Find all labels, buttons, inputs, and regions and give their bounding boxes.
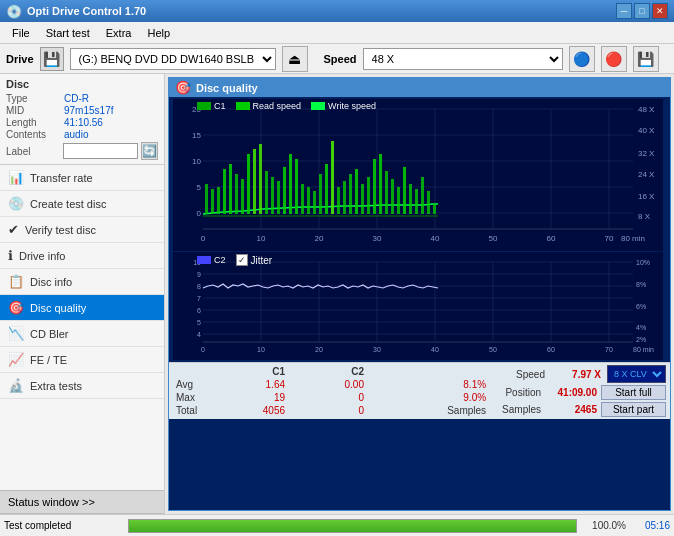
eject-button[interactable]: ⏏	[282, 46, 308, 72]
status-window-button[interactable]: Status window >>	[0, 490, 164, 514]
menubar: File Start test Extra Help	[0, 22, 674, 44]
fe-te-icon: 📈	[8, 352, 24, 367]
disc-label-input[interactable]	[63, 143, 138, 159]
svg-rect-67	[409, 184, 412, 214]
disc-quality-header: 🎯 Disc quality	[169, 78, 670, 97]
titlebar: 💿 Opti Drive Control 1.70 ─ □ ✕	[0, 0, 674, 22]
create-test-disc-icon: 💿	[8, 196, 24, 211]
svg-text:0: 0	[201, 234, 206, 243]
svg-text:80 min: 80 min	[633, 346, 654, 353]
svg-text:20: 20	[315, 234, 324, 243]
drive-select[interactable]: (G:) BENQ DVD DD DW1640 BSLB	[70, 48, 276, 70]
sidebar-item-disc-info[interactable]: 📋 Disc info	[0, 269, 164, 295]
sidebar-item-fe-te[interactable]: 📈 FE / TE	[0, 347, 164, 373]
legend-read-speed: Read speed	[236, 101, 302, 111]
stats-avg-c2: 0.00	[293, 378, 372, 391]
toolbar-btn-2[interactable]: 🔴	[601, 46, 627, 72]
svg-text:6%: 6%	[636, 303, 646, 310]
drive-info-icon: ℹ	[8, 248, 13, 263]
svg-rect-54	[331, 141, 334, 214]
toolbar-btn-1[interactable]: 🔵	[569, 46, 595, 72]
svg-text:0: 0	[201, 346, 205, 353]
svg-rect-45	[277, 181, 280, 214]
disc-quality-header-icon: 🎯	[175, 80, 191, 95]
extra-tests-icon: 🔬	[8, 378, 24, 393]
svg-rect-39	[241, 179, 244, 214]
svg-text:16 X: 16 X	[638, 192, 655, 201]
stats-total-row: Total 4056 0 Samples	[173, 404, 494, 417]
speed-label: Speed	[324, 53, 357, 65]
stats-total-label: Total	[173, 404, 208, 417]
app-icon: 💿	[6, 4, 22, 19]
svg-text:15: 15	[192, 131, 201, 140]
speed-combo: 8 X CLV	[607, 365, 666, 383]
menu-help[interactable]: Help	[139, 25, 178, 41]
svg-text:4%: 4%	[636, 324, 646, 331]
svg-rect-36	[223, 169, 226, 214]
svg-rect-69	[421, 177, 424, 214]
sidebar-item-verify-test-disc[interactable]: ✔ Verify test disc	[0, 217, 164, 243]
stats-speed-label: Speed	[516, 369, 545, 380]
svg-rect-34	[211, 189, 214, 214]
sidebar-item-transfer-rate-label: Transfer rate	[30, 172, 93, 184]
svg-text:70: 70	[605, 346, 613, 353]
maximize-button[interactable]: □	[634, 3, 650, 19]
sidebar-item-cd-bler[interactable]: 📉 CD Bler	[0, 321, 164, 347]
stats-position-label: Position	[505, 387, 541, 398]
minimize-button[interactable]: ─	[616, 3, 632, 19]
start-full-button[interactable]: Start full	[601, 385, 666, 400]
svg-rect-63	[385, 171, 388, 214]
svg-rect-41	[253, 149, 256, 214]
stats-speed-value: 7.97 X	[551, 369, 601, 380]
sidebar-item-create-test-disc[interactable]: 💿 Create test disc	[0, 191, 164, 217]
disc-mid-row: MID 97m15s17f	[6, 105, 158, 116]
svg-rect-46	[283, 167, 286, 214]
stats-row: C1 C2 Avg 1.64 0.00 8.1% Ma	[169, 362, 670, 419]
speed-select[interactable]: 48 X	[363, 48, 563, 70]
svg-rect-58	[355, 169, 358, 214]
svg-rect-66	[403, 167, 406, 214]
svg-text:40 X: 40 X	[638, 126, 655, 135]
sidebar-item-disc-quality[interactable]: 🎯 Disc quality	[0, 295, 164, 321]
stats-max-c1: 19	[208, 391, 293, 404]
close-button[interactable]: ✕	[652, 3, 668, 19]
menu-extra[interactable]: Extra	[98, 25, 140, 41]
sidebar-item-extra-tests[interactable]: 🔬 Extra tests	[0, 373, 164, 399]
svg-text:10: 10	[257, 234, 266, 243]
sidebar-item-verify-test-disc-label: Verify test disc	[25, 224, 96, 236]
speed-mode-select[interactable]: 8 X CLV	[607, 365, 666, 383]
app-title: Opti Drive Control 1.70	[27, 5, 616, 17]
menu-file[interactable]: File	[4, 25, 38, 41]
stats-position-value: 41:09.00	[547, 387, 597, 398]
disc-type-value: CD-R	[64, 93, 89, 104]
jitter-checkbox[interactable]: ✓	[236, 254, 248, 266]
start-part-button[interactable]: Start part	[601, 402, 666, 417]
toolbar-btn-3[interactable]: 💾	[633, 46, 659, 72]
svg-text:10%: 10%	[636, 259, 650, 266]
stats-total-c1: 4056	[208, 404, 293, 417]
svg-text:20: 20	[315, 346, 323, 353]
stats-avg-jitter: 8.1%	[372, 378, 494, 391]
menu-start-test[interactable]: Start test	[38, 25, 98, 41]
svg-text:8 X: 8 X	[638, 212, 651, 221]
legend-c1: C1	[197, 101, 226, 111]
sidebar-item-drive-info[interactable]: ℹ Drive info	[0, 243, 164, 269]
legend-c2: C2	[197, 255, 226, 265]
stats-samples-value: 2465	[547, 404, 597, 415]
svg-rect-33	[205, 184, 208, 214]
svg-rect-51	[313, 191, 316, 214]
sidebar-item-transfer-rate[interactable]: 📊 Transfer rate	[0, 165, 164, 191]
svg-text:10: 10	[257, 346, 265, 353]
disc-label-refresh-button[interactable]: 🔄	[141, 142, 158, 160]
status-window-label: Status window >>	[8, 496, 95, 508]
svg-rect-44	[271, 177, 274, 214]
svg-text:4: 4	[197, 331, 201, 338]
svg-text:50: 50	[489, 234, 498, 243]
svg-text:8%: 8%	[636, 281, 646, 288]
svg-rect-49	[301, 184, 304, 214]
disc-mid-value: 97m15s17f	[64, 105, 113, 116]
disc-quality-title: Disc quality	[196, 82, 258, 94]
svg-rect-52	[319, 174, 322, 214]
disc-type-row: Type CD-R	[6, 93, 158, 104]
stats-speed-row: Speed 7.97 X 8 X CLV	[516, 365, 666, 383]
